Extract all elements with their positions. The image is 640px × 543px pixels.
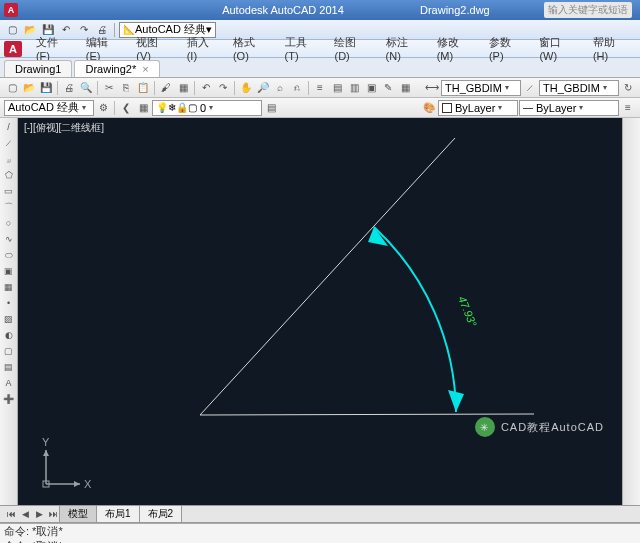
menu-help[interactable]: 帮助(H) [587, 34, 636, 63]
dimstyle2-dropdown[interactable]: TH_GBDIM▾ [539, 80, 619, 96]
block-button[interactable]: ▦ [175, 80, 191, 96]
tab-last-icon[interactable]: ⏭ [46, 507, 60, 521]
help-search-input[interactable]: 输入关键字或短语 [544, 2, 632, 18]
viewport-label[interactable]: [-][俯视][二维线框] [24, 121, 104, 135]
menu-window[interactable]: 窗口(W) [533, 34, 585, 63]
markup-button[interactable]: ✎ [380, 80, 396, 96]
model-tab[interactable]: 模型 [59, 505, 97, 523]
menu-tools[interactable]: 工具(T) [279, 34, 327, 63]
separator [194, 81, 195, 95]
new-button[interactable]: ▢ [4, 80, 20, 96]
polygon-tool[interactable]: ⬠ [2, 168, 16, 182]
svg-marker-3 [43, 450, 49, 456]
doc-tab[interactable]: Drawing1 [4, 60, 72, 77]
separator [97, 81, 98, 95]
workspace-select[interactable]: AutoCAD 经典▾ [4, 100, 94, 116]
menu-insert[interactable]: 插入(I) [181, 34, 225, 63]
dim-linear-icon[interactable]: ⟷ [424, 80, 440, 96]
point-tool[interactable]: • [2, 296, 16, 310]
workspace-value: AutoCAD 经典 [8, 100, 79, 115]
sheet-button[interactable]: ▣ [363, 80, 379, 96]
layer-props-icon[interactable]: ▦ [135, 100, 151, 116]
zoom-win-button[interactable]: ⌕ [272, 80, 288, 96]
pan-button[interactable]: ✋ [238, 80, 254, 96]
svg-text:X: X [84, 478, 92, 490]
text-tool[interactable]: A [2, 376, 16, 390]
tab-next-icon[interactable]: ▶ [32, 507, 46, 521]
preview-button[interactable]: 🔍 [78, 80, 94, 96]
layout1-tab[interactable]: 布局1 [96, 505, 140, 523]
block-tool[interactable]: ▦ [2, 280, 16, 294]
layer-state-icon[interactable]: ▤ [263, 100, 279, 116]
dc-button[interactable]: ▤ [329, 80, 345, 96]
redo-button[interactable]: ↷ [215, 80, 231, 96]
save-button[interactable]: 💾 [38, 80, 54, 96]
doc-title: Drawing2.dwg [420, 4, 490, 16]
tab-prev-icon[interactable]: ◀ [18, 507, 32, 521]
menu-modify[interactable]: 修改(M) [431, 34, 481, 63]
menu-file[interactable]: 文件(F) [30, 34, 78, 63]
menu-format[interactable]: 格式(O) [227, 34, 277, 63]
color-icon[interactable]: 🎨 [421, 100, 437, 116]
pline-tool[interactable]: ⟓ [2, 152, 16, 166]
zoom-prev-button[interactable]: ⎌ [289, 80, 305, 96]
arc-tool[interactable]: ⌒ [2, 200, 16, 214]
cmd-line-1: 命令: *取消* [4, 524, 636, 539]
menu-edit[interactable]: 编辑(E) [80, 34, 128, 63]
ellipse-tool[interactable]: ⬭ [2, 248, 16, 262]
zoom-button[interactable]: 🔎 [255, 80, 271, 96]
lweight-icon[interactable]: ≡ [620, 100, 636, 116]
insert-tool[interactable]: ▣ [2, 264, 16, 278]
separator [154, 81, 155, 95]
doc-tab-active[interactable]: Drawing2*× [74, 60, 159, 77]
addsel-tool[interactable]: ➕ [2, 392, 16, 406]
circle-tool[interactable]: ○ [2, 216, 16, 230]
tp-button[interactable]: ▥ [346, 80, 362, 96]
copy-button[interactable]: ⎘ [118, 80, 134, 96]
match-button[interactable]: 🖌 [158, 80, 174, 96]
close-tab-icon[interactable]: × [142, 63, 148, 75]
dimension-arc [374, 227, 456, 412]
linetype-value: ByLayer [536, 102, 576, 114]
menu-parametric[interactable]: 参数(P) [483, 34, 531, 63]
command-history: 命令: *取消* 命令: *取消* [0, 523, 640, 543]
layer-dropdown[interactable]: 💡❄🔒▢ 0▾ [152, 100, 262, 116]
line-tool[interactable]: / [2, 120, 16, 134]
linetype-dropdown[interactable]: — ByLayer▾ [519, 100, 619, 116]
rect-tool[interactable]: ▭ [2, 184, 16, 198]
dimstyle-dropdown[interactable]: TH_GBDIM▾ [441, 80, 521, 96]
calc-button[interactable]: ▦ [397, 80, 413, 96]
menu-draw[interactable]: 绘图(D) [328, 34, 377, 63]
wechat-icon: ✳ [475, 417, 495, 437]
autocad-logo-icon[interactable]: A [4, 41, 22, 57]
tab-first-icon[interactable]: ⏮ [4, 507, 18, 521]
region-tool[interactable]: ▢ [2, 344, 16, 358]
separator [114, 101, 115, 115]
doc-tab-label: Drawing1 [15, 63, 61, 75]
menu-view[interactable]: 视图(V) [130, 34, 178, 63]
drawing-canvas[interactable]: [-][俯视][二维线框] 47.93° X Y ✳ [18, 118, 622, 505]
layout2-tab[interactable]: 布局2 [139, 505, 183, 523]
ws-settings-icon[interactable]: ⚙ [95, 100, 111, 116]
menu-dimension[interactable]: 标注(N) [380, 34, 429, 63]
plot-button[interactable]: 🖨 [61, 80, 77, 96]
table-tool[interactable]: ▤ [2, 360, 16, 374]
properties-toolbar: AutoCAD 经典▾ ⚙ ❮ ▦ 💡❄🔒▢ 0▾ ▤ 🎨 ByLayer▾ —… [0, 98, 640, 118]
undo-button[interactable]: ↶ [198, 80, 214, 96]
spline-tool[interactable]: ∿ [2, 232, 16, 246]
open-button[interactable]: 📂 [21, 80, 37, 96]
separator [234, 81, 235, 95]
color-dropdown[interactable]: ByLayer▾ [438, 100, 518, 116]
cut-button[interactable]: ✂ [101, 80, 117, 96]
props-button[interactable]: ≡ [312, 80, 328, 96]
arrow-2-icon [448, 390, 464, 412]
dim-update-icon[interactable]: ↻ [620, 80, 636, 96]
svg-text:Y: Y [42, 436, 50, 448]
xline-tool[interactable]: ⟋ [2, 136, 16, 150]
dim-aligned-icon[interactable]: ⟋ [522, 80, 538, 96]
layer-prev-icon[interactable]: ❮ [118, 100, 134, 116]
new-icon[interactable]: ▢ [4, 22, 20, 38]
hatch-tool[interactable]: ▨ [2, 312, 16, 326]
gradient-tool[interactable]: ◐ [2, 328, 16, 342]
paste-button[interactable]: 📋 [135, 80, 151, 96]
